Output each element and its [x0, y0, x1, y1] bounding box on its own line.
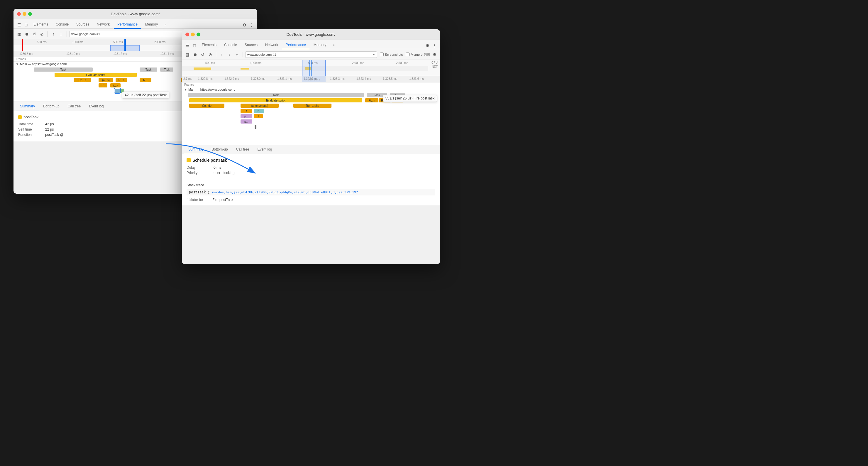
fi-bar-2[interactable]: Fi...k [365, 98, 378, 103]
tab-summary-2[interactable]: Summary [184, 145, 207, 154]
tab-performance-1[interactable]: Performance [114, 21, 141, 29]
download-icon-2[interactable]: ↓ [226, 51, 232, 58]
more-icon-2[interactable]: ⋮ [431, 42, 438, 49]
close-button-1[interactable] [17, 12, 21, 16]
f-bar-2b[interactable]: f [254, 114, 263, 118]
f-bar-2a[interactable]: f [241, 109, 252, 113]
memory-label-2: Memory [411, 53, 423, 56]
minimize-button-2[interactable] [191, 33, 195, 36]
r-bar-2[interactable]: r... [254, 109, 264, 113]
small-bar-2[interactable] [255, 125, 256, 129]
device-icon-1[interactable]: □ [23, 22, 29, 28]
sub-task-f-1[interactable]: f [99, 83, 107, 87]
settings-icon-2b[interactable]: ⚙ [431, 51, 438, 58]
priority-value-2: user-blocking [214, 171, 235, 175]
tab-more-2[interactable]: » [330, 41, 337, 49]
tab-elements-2[interactable]: Elements [198, 41, 220, 49]
more-icon-1[interactable]: ⋮ [248, 22, 255, 28]
time-mark-500: 500 ms [37, 40, 46, 44]
tab-bottomup-2[interactable]: Bottom-up [207, 145, 232, 154]
tab-calltree-2[interactable]: Call tree [232, 145, 253, 154]
tab-console-1[interactable]: Console [52, 21, 72, 29]
stack-code-2: postTask @ [189, 190, 210, 194]
tab-calltree-1[interactable]: Call tree [64, 102, 85, 111]
tab-summary-1[interactable]: Summary [16, 102, 39, 111]
tab-more-1[interactable]: » [162, 21, 169, 28]
tab-sources-2[interactable]: Sources [241, 41, 261, 49]
delay-label-2: Delay [187, 166, 210, 170]
reload-icon-2[interactable]: ↺ [199, 51, 206, 58]
screenshots-checkbox-2[interactable]: Screenshots [380, 53, 403, 56]
memory-checkbox-2[interactable]: Memory [406, 53, 423, 56]
tab-eventlog-1[interactable]: Event log [85, 102, 107, 111]
tooltip-1: 42 μs (self 22 μs) postTask [122, 92, 169, 98]
sub-task-coee-1[interactable]: Co...e [74, 78, 91, 82]
ov-500: 500 ms [205, 61, 215, 64]
overview-selection-1[interactable] [110, 45, 140, 51]
task-bar-3[interactable]: T...k [160, 67, 174, 71]
tab-network-1[interactable]: Network [93, 21, 113, 29]
device-icon-2[interactable]: □ [191, 42, 198, 49]
triangle-icon-1: ▼ [16, 62, 19, 66]
dr-1322-9: 1,322.9 ms [224, 77, 239, 80]
sub-task-as-1[interactable]: (a...s) [99, 78, 113, 82]
task-bar-2[interactable]: Task [140, 67, 157, 71]
code-bar-2[interactable]: Co...de [189, 104, 224, 108]
reload-icon-1[interactable]: ↺ [31, 31, 37, 37]
sub-task-dots-1[interactable]: (...) [110, 83, 121, 87]
overview-bar-2[interactable]: CPU NET 500 ms 1,000 ms 500 ms 2,000 ms … [182, 60, 440, 76]
record-icon-2[interactable]: ⏺ [192, 51, 198, 58]
tab-network-2[interactable]: Network [262, 41, 282, 49]
anon-bar-2[interactable]: (anonymous) [241, 104, 279, 108]
record-icon-1[interactable]: ⏺ [24, 31, 30, 37]
initiator-label-2: Initiator for [187, 198, 210, 202]
overview-selection-2[interactable] [302, 60, 326, 76]
p-bar-2a[interactable]: p... [241, 114, 252, 118]
sep-3 [216, 52, 216, 57]
detail-1281: 1281.0 ms [66, 52, 80, 55]
tab-eventlog-2[interactable]: Event log [253, 145, 276, 154]
tab-performance-2[interactable]: Performance [282, 41, 309, 49]
settings-icon-1[interactable]: ⚙ [241, 22, 248, 28]
selected-bar-1[interactable] [115, 89, 120, 93]
panel-icon-1[interactable]: ☰ [16, 22, 22, 28]
task-bar-2a[interactable]: Task [188, 93, 364, 97]
download-icon-1[interactable]: ↓ [58, 31, 64, 37]
home-icon-2[interactable]: ⌂ [234, 51, 240, 58]
p-bar-2b[interactable]: p... [241, 119, 252, 123]
tab-memory-1[interactable]: Memory [142, 21, 161, 29]
triangle-icon-2: ▼ [184, 88, 187, 91]
eval-script-bar-2[interactable]: Evaluate script [189, 98, 362, 103]
summary-task-name-2: Schedule postTask [192, 158, 227, 163]
settings-icon-2[interactable]: ⚙ [424, 42, 431, 49]
close-button-2[interactable] [185, 33, 189, 36]
tab-elements-1[interactable]: Elements [30, 21, 52, 29]
maximize-button-1[interactable] [28, 12, 32, 16]
title-bar-2: DevTools - www.google.com/ [182, 29, 440, 40]
eval-script-bar-1[interactable]: Evaluate script [55, 73, 137, 77]
run-sks-bar-2[interactable]: Run ...sks [293, 104, 332, 108]
panel-icon-2[interactable]: ☰ [184, 42, 191, 49]
clear-icon-1[interactable]: ⊘ [39, 31, 45, 37]
upload-icon-1[interactable]: ↑ [50, 31, 57, 37]
keyboard-icon-2[interactable]: ⌨ [424, 51, 430, 58]
clear-icon-2[interactable]: ⊘ [207, 51, 214, 58]
tab-bottomup-1[interactable]: Bottom-up [39, 102, 63, 111]
panel-layout-icon-1[interactable]: ▦ [16, 31, 22, 37]
tab-memory-2[interactable]: Memory [310, 41, 330, 49]
upload-icon-2[interactable]: ↑ [219, 51, 225, 58]
panel-layout-icon-2[interactable]: ▦ [184, 51, 191, 58]
priority-label-2: Priority [187, 171, 210, 175]
task-bar-1[interactable]: Task [34, 67, 93, 71]
url-bar-2[interactable]: www.google.com #1 ▾ [245, 51, 377, 58]
sub-task-rs-1[interactable]: R...s [116, 78, 127, 82]
stack-link-2[interactable]: m=cdos,hsm,jsa,mb4ZUb,cEt90b,SNUn3,qddgK… [212, 191, 358, 194]
self-time-label-1: Self time [18, 127, 42, 132]
stack-trace-line-2: postTask @ m=cdos,hsm,jsa,mb4ZUb,cEt90b,… [187, 189, 435, 196]
maximize-button-2[interactable] [196, 33, 200, 36]
tab-console-2[interactable]: Console [221, 41, 241, 49]
tab-sources-1[interactable]: Sources [73, 21, 93, 29]
minimize-button-1[interactable] [23, 12, 26, 16]
sub-task-r-1[interactable]: R... [140, 78, 151, 82]
dropdown-icon-2[interactable]: ▾ [373, 53, 375, 56]
